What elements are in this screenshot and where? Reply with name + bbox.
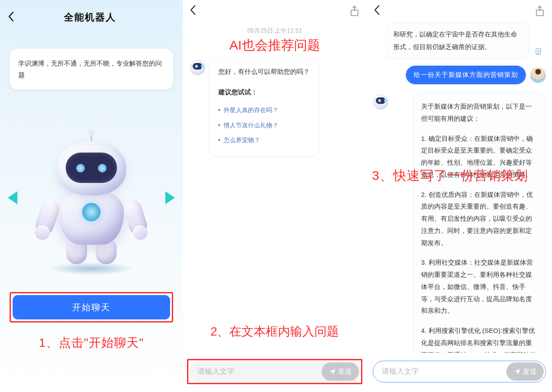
- message-input[interactable]: [197, 367, 321, 376]
- copy-icon[interactable]: [534, 47, 543, 61]
- annotation-ai-suggest: AI也会推荐问题: [183, 37, 367, 54]
- robot-illustration: [0, 130, 183, 265]
- bot-bubble: 关于新媒体方面的营销策划，以下是一些可能有用的建议： 1. 确定目标受众：在新媒…: [413, 92, 546, 353]
- start-chat-button[interactable]: 开始聊天: [13, 295, 170, 319]
- bot-message-row: 您好，有什么可以帮助您的吗？ 建议您试试： 外星人真的存在吗？ 情人节送什么礼物…: [183, 58, 367, 156]
- timestamp: 05月25日 上午11:51: [183, 27, 367, 35]
- suggestion-link[interactable]: 情人节送什么礼物？: [218, 118, 310, 133]
- bot-description: 学识渊博，无所不通，无所不晓，专业解答您的问题: [10, 49, 173, 90]
- reply-point: 1. 确定目标受众：在新媒体营销中，确定目标受众是至关重要的。要确定受众的年龄、…: [421, 133, 538, 181]
- reply-intro: 关于新媒体方面的营销策划，以下是一些可能有用的建议：: [421, 100, 538, 125]
- header: [367, 0, 552, 23]
- bot-avatar-icon: [190, 60, 205, 75]
- send-label: 发送: [338, 367, 352, 376]
- suggestion-link[interactable]: 怎么养宠物？: [218, 133, 310, 148]
- reply-point: 3. 利用社交媒体：社交媒体是新媒体营销的重要渠道之一。要利用各种社交媒体平台，…: [421, 256, 538, 317]
- reply-point: 4. 利用搜索引擎优化 (SEO):搜索引擎优化是提高网站排名和搜索引擎流量的重…: [421, 325, 538, 353]
- header: 全能机器人: [0, 0, 183, 35]
- annotation-step-1: 1、点击"开始聊天": [0, 335, 183, 351]
- message-input-bar: 发送: [189, 361, 361, 382]
- chat-scroll: 和研究，以确定在宇宙中是否存在其他生命形式，但目前仍缺乏确凿的证据。 给一份关于…: [367, 23, 552, 353]
- message-input-bar: 发送: [373, 361, 546, 382]
- annotation-step-2: 2、在文本框内输入问题: [183, 323, 367, 340]
- send-button[interactable]: 发送: [506, 362, 544, 381]
- bot-message-row: 关于新媒体方面的营销策划，以下是一些可能有用的建议： 1. 确定目标受众：在新媒…: [373, 92, 546, 353]
- start-button-highlight: 开始聊天: [10, 292, 173, 322]
- page-title: 全能机器人: [5, 11, 175, 24]
- screen-intro: 全能机器人 学识渊博，无所不通，无所不晓，专业解答您的问题 开始聊天 1、点击"…: [0, 0, 183, 392]
- back-icon[interactable]: [374, 4, 380, 18]
- message-input[interactable]: [382, 367, 506, 376]
- bot-bubble-partial: 和研究，以确定在宇宙中是否存在其他生命形式，但目前仍缺乏确凿的证据。: [386, 23, 529, 59]
- user-message-row: 给一份关于新媒体方面的营销策划: [373, 66, 546, 84]
- greeting-text: 您好，有什么可以帮助您的吗？: [218, 66, 310, 78]
- user-avatar-icon: [530, 67, 546, 83]
- bot-text: 和研究，以确定在宇宙中是否存在其他生命形式，但目前仍缺乏确凿的证据。: [393, 30, 517, 50]
- send-button[interactable]: 发送: [321, 362, 359, 381]
- header: [183, 0, 367, 23]
- reply-point: 2. 创造优质内容：在新媒体营销中，优质的内容是至关重要的。要创造有趣、有用、有…: [421, 189, 538, 249]
- screen-chat-empty: 05月25日 上午11:51 AI也会推荐问题 您好，有什么可以帮助您的吗？ 建…: [183, 0, 367, 392]
- share-icon[interactable]: [535, 6, 545, 17]
- try-label: 建议您试试：: [218, 86, 310, 99]
- screen-chat-reply: 和研究，以确定在宇宙中是否存在其他生命形式，但目前仍缺乏确凿的证据。 给一份关于…: [367, 0, 552, 392]
- user-bubble: 给一份关于新媒体方面的营销策划: [406, 66, 526, 84]
- back-icon[interactable]: [190, 4, 196, 18]
- prev-arrow-icon[interactable]: [8, 191, 17, 204]
- send-label: 发送: [523, 367, 537, 376]
- next-arrow-icon[interactable]: [165, 191, 175, 204]
- suggestion-link[interactable]: 外星人真的存在吗？: [218, 103, 310, 118]
- bot-avatar-icon: [373, 94, 388, 110]
- share-icon[interactable]: [349, 6, 360, 17]
- bot-bubble: 您好，有什么可以帮助您的吗？ 建议您试试： 外星人真的存在吗？ 情人节送什么礼物…: [210, 58, 318, 156]
